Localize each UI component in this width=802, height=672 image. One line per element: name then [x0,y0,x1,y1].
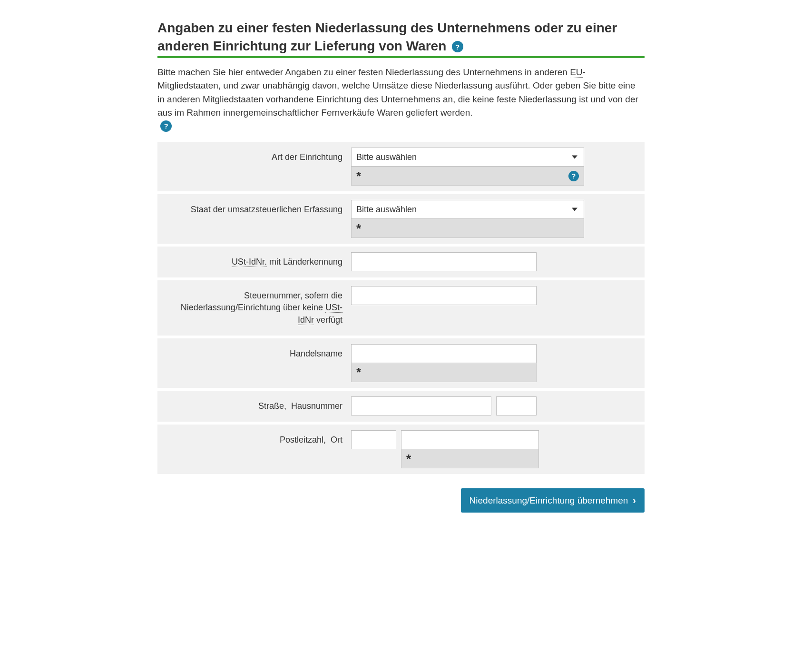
required-indicator-bar: * [401,449,539,468]
required-indicator-bar: * [351,219,584,238]
help-icon[interactable]: ? [452,41,463,52]
row-strasse-hausnummer: Straße, Hausnummer [157,391,645,422]
row-plz-ort: Postleitzahl, Ort * [157,425,645,474]
select-staat[interactable]: Bitte auswählen [351,200,584,219]
input-hausnummer[interactable] [496,396,537,415]
row-art-der-einrichtung: Art der Einrichtung Bitte auswählen * ? [157,142,645,191]
input-steuernummer[interactable] [351,286,537,305]
submit-button-label: Niederlassung/Einrichtung übernehmen [469,495,628,506]
submit-button[interactable]: Niederlassung/Einrichtung übernehmen › [461,488,645,513]
abbr-eu: EU [570,67,582,78]
label-steuernummer-post: verfügt [314,315,342,325]
row-staat: Staat der umsatzsteuerlichen Erfassung B… [157,194,645,244]
required-indicator-bar: * [351,363,537,382]
required-asterisk: * [406,453,411,465]
row-steuernummer: Steuernummer, sofern die Niederlassung/E… [157,280,645,336]
help-icon[interactable]: ? [160,120,172,132]
abbr-ust-idnr: USt-IdNr. [232,257,267,267]
label-ort: Ort [331,435,342,445]
label-hausnummer: Hausnummer [291,401,342,411]
required-indicator-bar: * ? [351,167,584,186]
label-art-der-einrichtung: Art der Einrichtung [163,148,351,167]
label-strasse: Straße, [258,401,286,411]
label-steuernummer-pre: Steuernummer, sofern die Niederlassung/E… [181,291,342,312]
label-ust-idnr-post: mit Länderkennung [267,257,342,267]
row-ust-idnr: USt-IdNr. mit Länderkennung [157,247,645,277]
input-ust-idnr[interactable] [351,252,537,271]
required-asterisk: * [356,222,361,235]
input-handelsname[interactable] [351,344,537,363]
select-art-der-einrichtung[interactable]: Bitte auswählen [351,148,584,167]
required-asterisk: * [356,170,361,182]
help-icon[interactable]: ? [568,171,579,181]
chevron-right-icon: › [633,495,636,506]
section-heading: Angaben zu einer festen Niederlassung de… [157,20,617,53]
row-handelsname: Handelsname * [157,338,645,388]
label-plz: Postleitzahl, [280,435,326,445]
label-strasse-hausnummer: Straße, Hausnummer [163,396,351,416]
label-handelsname: Handelsname [163,344,351,364]
intro-part1: Bitte machen Sie hier entweder Angaben z… [157,67,570,77]
label-staat: Staat der umsatzsteuerlichen Erfassung [163,200,351,219]
intro-text: Bitte machen Sie hier entweder Angaben z… [157,66,645,134]
input-plz[interactable] [351,430,396,449]
input-ort[interactable] [401,430,539,449]
label-steuernummer: Steuernummer, sofern die Niederlassung/E… [163,286,351,330]
label-plz-ort: Postleitzahl, Ort [163,430,351,450]
input-strasse[interactable] [351,396,491,415]
label-ust-idnr: USt-IdNr. mit Länderkennung [163,252,351,272]
required-asterisk: * [356,366,361,378]
